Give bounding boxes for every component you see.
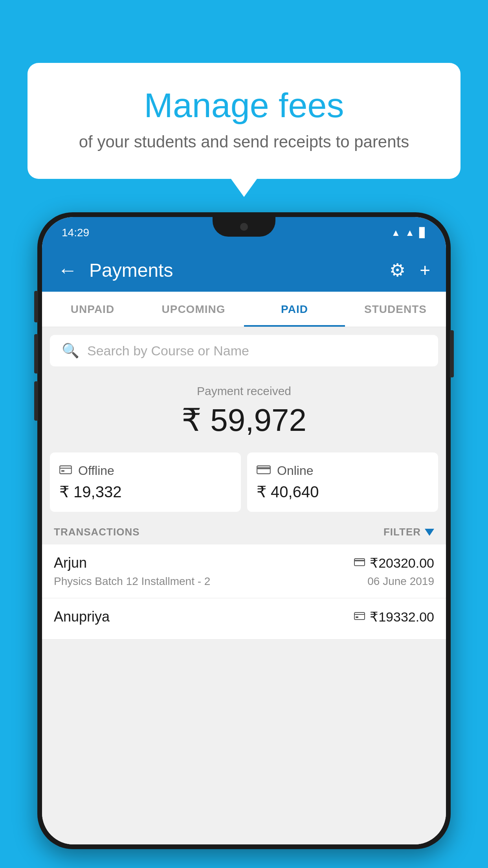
bubble-title: Manage fees	[59, 86, 429, 125]
status-time: 14:29	[62, 226, 89, 239]
online-card: Online ₹ 40,640	[247, 452, 438, 512]
tab-paid[interactable]: PAID	[244, 292, 345, 327]
content-area: 🔍 Search by Course or Name Payment recei…	[42, 327, 446, 844]
bubble-subtitle: of your students and send receipts to pa…	[59, 132, 429, 151]
payment-cards: Offline ₹ 19,332 Online ₹ 4	[50, 452, 438, 512]
add-icon[interactable]: +	[420, 259, 430, 281]
payment-type-icon	[354, 557, 365, 569]
phone-screen: 14:29 ▲ ▲ ▊ ← Payments ⚙ + UNPAID	[42, 217, 446, 844]
payment-received-section: Payment received ₹ 59,972	[50, 373, 438, 446]
search-bar[interactable]: 🔍 Search by Course or Name	[50, 335, 438, 366]
speech-bubble: Manage fees of your students and send re…	[28, 63, 460, 179]
settings-icon[interactable]: ⚙	[389, 259, 405, 281]
transaction-row[interactable]: Arjun ₹20320.00 Physics Batch 12 Install…	[42, 544, 446, 598]
transaction-top: Arjun ₹20320.00	[54, 555, 434, 571]
volume-down-button	[34, 381, 38, 421]
transaction-course: Physics Batch 12 Installment - 2	[54, 575, 210, 588]
transaction-name: Anupriya	[54, 609, 110, 625]
transaction-amount: ₹19332.00	[370, 609, 434, 625]
offline-icon	[59, 463, 72, 478]
header-actions: ⚙ +	[389, 259, 430, 281]
payment-received-amount: ₹ 59,972	[58, 402, 430, 438]
volume-up-button	[34, 334, 38, 373]
tabs-bar: UNPAID UPCOMING PAID STUDENTS	[42, 292, 446, 327]
status-icons: ▲ ▲ ▊	[391, 227, 426, 238]
back-button[interactable]: ←	[58, 259, 77, 281]
svg-rect-9	[356, 616, 358, 618]
status-bar: 14:29 ▲ ▲ ▊	[42, 217, 446, 248]
svg-rect-5	[354, 559, 365, 566]
transaction-bottom: Physics Batch 12 Installment - 2 06 June…	[54, 575, 434, 588]
phone-mockup: 14:29 ▲ ▲ ▊ ← Payments ⚙ + UNPAID	[37, 212, 451, 849]
payment-received-label: Payment received	[58, 384, 430, 398]
signal-icon: ▲	[405, 227, 415, 238]
power-button	[450, 330, 454, 377]
wifi-icon: ▲	[391, 227, 400, 238]
filter-label: FILTER	[383, 526, 421, 538]
svg-rect-7	[354, 612, 365, 620]
transaction-amount: ₹20320.00	[370, 555, 434, 571]
transaction-name: Arjun	[54, 555, 87, 571]
tab-students[interactable]: STUDENTS	[345, 292, 446, 327]
offline-card: Offline ₹ 19,332	[50, 452, 241, 512]
battery-icon: ▊	[419, 227, 426, 238]
svg-rect-0	[60, 466, 72, 474]
transactions-label: TRANSACTIONS	[54, 526, 140, 538]
offline-amount: ₹ 19,332	[59, 483, 231, 501]
transaction-row[interactable]: Anupriya ₹19332.00	[42, 598, 446, 640]
camera	[240, 223, 248, 231]
transaction-amount-wrap: ₹19332.00	[354, 609, 434, 625]
tab-unpaid[interactable]: UNPAID	[42, 292, 143, 327]
online-label: Online	[277, 463, 314, 478]
transactions-header: TRANSACTIONS FILTER	[42, 520, 446, 544]
svg-rect-2	[61, 470, 64, 472]
offline-label: Offline	[78, 463, 114, 478]
online-amount: ₹ 40,640	[257, 483, 429, 501]
svg-rect-3	[257, 466, 270, 474]
volume-mute-button	[34, 291, 38, 322]
filter-button[interactable]: FILTER	[383, 526, 434, 538]
filter-icon	[425, 529, 434, 536]
search-icon: 🔍	[62, 342, 79, 359]
online-card-header: Online	[257, 463, 429, 478]
tab-upcoming[interactable]: UPCOMING	[143, 292, 244, 327]
speech-bubble-container: Manage fees of your students and send re…	[28, 63, 460, 179]
search-placeholder: Search by Course or Name	[87, 343, 249, 359]
online-icon	[257, 463, 271, 478]
transaction-top: Anupriya ₹19332.00	[54, 609, 434, 625]
app-header: ← Payments ⚙ +	[42, 248, 446, 292]
transaction-amount-wrap: ₹20320.00	[354, 555, 434, 571]
notch	[213, 217, 275, 237]
header-title: Payments	[89, 259, 389, 281]
transaction-date: 06 June 2019	[367, 575, 434, 588]
offline-card-header: Offline	[59, 463, 231, 478]
payment-type-icon	[354, 611, 365, 623]
